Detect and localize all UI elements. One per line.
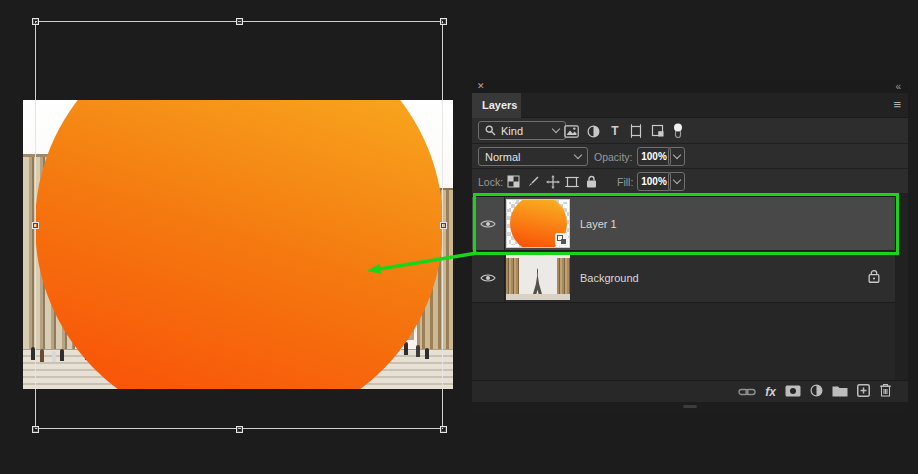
- new-layer-icon[interactable]: [857, 383, 870, 401]
- layers-footer-toolbar: fx: [472, 380, 908, 402]
- layer1-name[interactable]: Layer 1: [580, 218, 617, 230]
- lock-pixels-brush-icon[interactable]: [526, 174, 541, 189]
- opacity-dropdown-button[interactable]: [668, 147, 685, 166]
- canvas-document[interactable]: [23, 100, 453, 389]
- filter-row: Kind T: [472, 118, 908, 144]
- layer-row-layer1[interactable]: Layer 1: [472, 196, 895, 251]
- filter-pixel-layers-icon[interactable]: [563, 123, 579, 139]
- transform-handle-mid-left[interactable]: [32, 222, 39, 229]
- thumb-corner-mark: [560, 200, 569, 209]
- filter-shape-layers-icon[interactable]: [628, 123, 644, 139]
- chevron-down-icon: [574, 151, 582, 159]
- transform-handle-mid-right[interactable]: [440, 222, 447, 229]
- thumb-ground: [506, 294, 570, 300]
- close-panel-icon[interactable]: ✕: [477, 80, 485, 93]
- layers-panel: ✕ « Layers ≡ Kind T: [472, 80, 908, 411]
- transform-handle-bottom-left[interactable]: [32, 426, 39, 433]
- opacity-label: Opacity:: [594, 151, 633, 163]
- eye-icon: [480, 218, 496, 230]
- smart-object-badge: [555, 233, 568, 246]
- layer1-thumbnail[interactable]: [506, 199, 570, 248]
- blend-mode-value: Normal: [485, 151, 520, 163]
- transform-handle-bottom-right[interactable]: [440, 426, 447, 433]
- layer-row-background[interactable]: Background: [472, 253, 895, 303]
- chevron-down-icon: [672, 176, 680, 184]
- chevron-down-icon: [552, 125, 560, 133]
- panel-top-bar: ✕ «: [472, 80, 908, 93]
- background-name: Background: [580, 272, 639, 284]
- filter-toggle-icon[interactable]: [670, 123, 686, 139]
- fill-value-field[interactable]: 100%: [637, 172, 671, 191]
- transform-handle-top-left[interactable]: [32, 18, 39, 25]
- panel-scroll-gutter: [895, 194, 908, 380]
- transform-handle-bottom-center[interactable]: [236, 426, 243, 433]
- background-lock-icon[interactable]: [868, 269, 880, 287]
- lock-all-icon[interactable]: [584, 174, 599, 189]
- filter-kind-select[interactable]: Kind: [478, 121, 566, 140]
- panel-resize-handle[interactable]: [683, 405, 697, 408]
- panel-menu-icon[interactable]: ≡: [893, 97, 901, 112]
- lock-transparency-icon[interactable]: [506, 174, 521, 189]
- thumb-eiffel-tower: [533, 268, 542, 294]
- layers-list: Layer 1 Background: [472, 194, 908, 380]
- collapse-panel-icon[interactable]: «: [895, 80, 900, 93]
- gradient-circle-layer: [35, 100, 443, 389]
- type-glyph: T: [611, 124, 618, 138]
- panel-bottom-edge: [472, 402, 908, 411]
- lock-artboard-nesting-icon[interactable]: [564, 174, 579, 189]
- link-layers-icon[interactable]: [738, 383, 756, 401]
- thumb-corner-mark: [507, 200, 516, 209]
- layer-style-fx-icon[interactable]: fx: [765, 385, 776, 399]
- layer1-visibility-toggle[interactable]: [472, 197, 505, 250]
- blend-mode-select[interactable]: Normal: [478, 147, 588, 166]
- panel-tab-bar: Layers ≡: [472, 93, 908, 118]
- chevron-down-icon: [672, 151, 680, 159]
- delete-layer-trash-icon[interactable]: [879, 383, 892, 401]
- filter-kind-value: Kind: [501, 125, 523, 137]
- background-visibility-toggle[interactable]: [472, 253, 505, 302]
- lock-position-move-icon[interactable]: [545, 174, 560, 189]
- filter-adjustment-layers-icon[interactable]: [585, 123, 601, 139]
- thumb-corner-mark: [507, 238, 516, 247]
- new-group-folder-icon[interactable]: [832, 383, 848, 401]
- fill-label: Fill:: [617, 176, 633, 188]
- photoshop-workspace: ✕ « Layers ≡ Kind T: [0, 0, 918, 474]
- transform-handle-top-right[interactable]: [440, 18, 447, 25]
- search-icon: [485, 125, 496, 136]
- lock-label: Lock:: [478, 176, 503, 188]
- lock-row: Lock: Fill: 100%: [472, 169, 908, 194]
- adjustment-layer-icon[interactable]: [810, 383, 823, 401]
- fill-dropdown-button[interactable]: [668, 172, 685, 191]
- blend-row: Normal Opacity: 100%: [472, 144, 908, 169]
- tab-layers[interactable]: Layers: [472, 93, 521, 118]
- filter-type-layers-icon[interactable]: T: [607, 123, 623, 139]
- add-layer-mask-icon[interactable]: [785, 383, 801, 401]
- eye-icon: [480, 272, 496, 284]
- filter-smart-objects-icon[interactable]: [650, 123, 666, 139]
- transform-handle-top-center[interactable]: [236, 18, 243, 25]
- background-thumbnail[interactable]: [506, 255, 570, 300]
- opacity-value-field[interactable]: 100%: [637, 147, 671, 166]
